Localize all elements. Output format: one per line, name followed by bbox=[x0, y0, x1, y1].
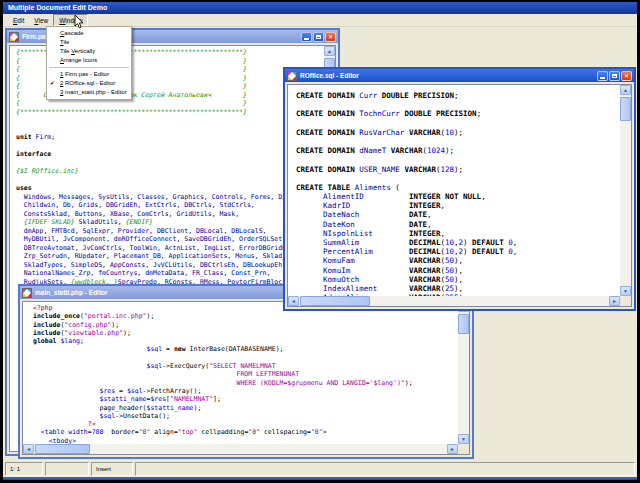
minimize-button[interactable] bbox=[597, 71, 608, 81]
code-line: CREATE DOMAIN TochnCurr DOUBLE PRECISION… bbox=[296, 109, 620, 118]
code-line: PercentAlim DECIMAL(10,2) DEFAULT 0, bbox=[296, 247, 620, 256]
statti-code-editor[interactable]: <?phpinclude_once("portal.inc.php");incl… bbox=[23, 302, 458, 444]
code-line bbox=[16, 176, 324, 185]
window-menu-item-arrange-icons[interactable]: Arrange Icons bbox=[47, 56, 131, 65]
code-line: AlimentID INTEGER NOT NULL, bbox=[296, 192, 620, 201]
code-line bbox=[296, 119, 620, 128]
code-line bbox=[296, 155, 620, 164]
code-line: <tbody> bbox=[33, 437, 458, 444]
scroll-right-arrow-icon[interactable]: ► bbox=[609, 296, 620, 306]
window-menu-item-tile-vertically[interactable]: Tile Vertically bbox=[47, 47, 131, 56]
code-line: $sql->UnsetData(); bbox=[33, 412, 458, 420]
scrollbar-thumb[interactable] bbox=[35, 444, 90, 454]
scrollbar-thumb[interactable] bbox=[300, 296, 370, 306]
scroll-right-arrow-icon[interactable]: ► bbox=[447, 444, 458, 454]
scrollbar-corner bbox=[458, 444, 469, 454]
code-line bbox=[16, 142, 324, 151]
code-line bbox=[296, 174, 620, 183]
code-line: $sql = new InterBase(DATABASENAME); bbox=[33, 345, 458, 353]
code-line: MyDBUtil, JvComponent, dmROfficeConnect,… bbox=[16, 235, 324, 244]
window-menu-item-1-firm-pas-editor[interactable]: 1 Firm.pas - Editor bbox=[47, 70, 131, 79]
code-line: $res = $sql->FetchArray(); bbox=[33, 387, 458, 395]
roffice-vertical-scrollbar[interactable]: ▲ ▼ bbox=[620, 85, 631, 296]
code-line: CREATE DOMAIN USER_NAME VARCHAR(128); bbox=[296, 165, 620, 174]
code-line: KomuOtch VARCHAR(50), bbox=[296, 275, 620, 284]
editor-document-icon bbox=[22, 288, 32, 298]
scroll-left-arrow-icon[interactable]: ◄ bbox=[23, 444, 34, 454]
window-menu-item-3-main-statti-php-editor[interactable]: 3 main_statti.php - Editor bbox=[47, 88, 131, 97]
code-line: global $lang; bbox=[33, 337, 458, 345]
status-panel-2 bbox=[45, 462, 89, 476]
code-line bbox=[296, 100, 620, 109]
code-line: CREATE DOMAIN Curr DOUBLE PRECISION; bbox=[296, 91, 620, 100]
code-line: unit Firm; bbox=[16, 133, 324, 142]
status-bar: 1: 1Insert bbox=[3, 461, 637, 477]
code-line: IndexAliment VARCHAR(25), bbox=[296, 284, 620, 293]
code-line: DateKon DATE, bbox=[296, 220, 620, 229]
scroll-left-arrow-icon[interactable]: ◄ bbox=[288, 296, 299, 306]
menu-item-view[interactable]: View bbox=[29, 14, 53, 26]
code-line: WHERE (KODLM=$grupmenu AND LANGID='$lang… bbox=[33, 379, 458, 387]
menu-item-edit[interactable]: Edit bbox=[8, 14, 29, 26]
checkmark-icon: ✔ bbox=[50, 79, 55, 88]
code-line: include("config.php"); bbox=[33, 321, 458, 329]
roffice-titlebar[interactable]: ROffice.sql - Editor ✕ bbox=[285, 69, 634, 82]
code-line: { } bbox=[16, 99, 324, 108]
code-line: KomuIm VARCHAR(50), bbox=[296, 266, 620, 275]
roffice-horizontal-scrollbar[interactable]: ◄ ► bbox=[288, 296, 620, 306]
editor-document-icon bbox=[287, 71, 297, 81]
statti-vertical-scrollbar[interactable]: ▲ ▼ bbox=[458, 302, 469, 444]
scrollbar-thumb[interactable] bbox=[458, 314, 469, 334]
code-line: include_once("portal.inc.php"); bbox=[33, 312, 458, 320]
window-title: ROffice.sql - Editor bbox=[300, 72, 597, 79]
code-line: dmApp, FMTBcd, SqlExpr, Provider, DBClie… bbox=[16, 227, 324, 236]
code-line: Zrp_Sotrudn, RUpdater, Placemant_DB, App… bbox=[16, 252, 324, 261]
scroll-up-arrow-icon[interactable]: ▲ bbox=[620, 85, 631, 95]
roffice-code-editor[interactable]: CREATE DOMAIN Curr DOUBLE PRECISION; CRE… bbox=[288, 85, 620, 296]
code-line: DBTreeAvtomat, JvComCtrls, ToolWin, Actn… bbox=[16, 244, 324, 253]
minimize-button[interactable] bbox=[301, 32, 312, 42]
maximize-button[interactable] bbox=[313, 32, 324, 42]
window-menu-item-tile[interactable]: Tile bbox=[47, 38, 131, 47]
code-line bbox=[33, 354, 458, 362]
maximize-button[interactable] bbox=[609, 71, 620, 81]
code-line: $sql->ExecQuery("SELECT NAMELMNAT bbox=[33, 362, 458, 370]
code-line bbox=[16, 159, 324, 168]
scrollbar-thumb[interactable] bbox=[620, 97, 631, 121]
editor-document-icon bbox=[9, 32, 19, 42]
code-line bbox=[296, 137, 620, 146]
window-roffice-sql[interactable]: ROffice.sql - Editor ✕ CREATE DOMAIN Cur… bbox=[283, 67, 636, 311]
scroll-down-arrow-icon[interactable]: ▼ bbox=[620, 286, 631, 296]
code-line: {$I ROffice.inc} bbox=[16, 167, 324, 176]
code-line: ?> bbox=[33, 420, 458, 428]
window-menu-item-cascade[interactable]: Cascade bbox=[47, 29, 131, 38]
code-line: $statti_name=$res["NAMELMNAT"]; bbox=[33, 395, 458, 403]
status-panel-4 bbox=[135, 462, 635, 476]
code-line: CREATE DOMAIN RusVarChar VARCHAR(10); bbox=[296, 128, 620, 137]
code-line: NationalNames_Zrp, fmCountrys, dmMetaDat… bbox=[16, 269, 324, 278]
code-line bbox=[16, 116, 324, 125]
code-line: DateNach DATE, bbox=[296, 210, 620, 219]
app-title: Multiple Document Edit Demo bbox=[8, 4, 107, 11]
code-line: uses bbox=[16, 184, 324, 193]
code-line: page_header($statti_name); bbox=[33, 404, 458, 412]
window-menu-item-2-roffice-sql-editor[interactable]: ✔2 ROffice.sql - Editor bbox=[47, 79, 131, 88]
statti-horizontal-scrollbar[interactable]: ◄ ► bbox=[23, 444, 458, 454]
app-window: Multiple Document Edit Demo EditViewWind… bbox=[3, 2, 637, 480]
roffice-editor-body: CREATE DOMAIN Curr DOUBLE PRECISION; CRE… bbox=[287, 84, 632, 307]
code-line: {***************************************… bbox=[16, 108, 324, 117]
scroll-down-arrow-icon[interactable]: ▼ bbox=[458, 434, 469, 444]
close-button[interactable]: ✕ bbox=[325, 32, 336, 42]
code-line: SkladTypes, SimpleDS, AppConsts, JvVCLUt… bbox=[16, 261, 324, 270]
status-panel-3: Insert bbox=[91, 462, 133, 476]
code-line: KadrID INTEGER, bbox=[296, 201, 620, 210]
window-menu-dropdown: CascadeTileTile VerticallyArrange Icons1… bbox=[46, 26, 132, 100]
status-panel-1: 1: 1 bbox=[5, 462, 43, 476]
mouse-cursor-icon bbox=[74, 15, 84, 30]
close-button[interactable]: ✕ bbox=[621, 71, 632, 81]
code-line: FROM LEFTMENUNAT bbox=[33, 370, 458, 378]
app-titlebar[interactable]: Multiple Document Edit Demo bbox=[3, 2, 637, 14]
code-line: SummAlim DECIMAL(10,2) DEFAULT 0, bbox=[296, 238, 620, 247]
code-line: CREATE DOMAIN dNameT VARCHAR(1024); bbox=[296, 146, 620, 155]
scroll-up-arrow-icon[interactable]: ▲ bbox=[324, 46, 335, 56]
